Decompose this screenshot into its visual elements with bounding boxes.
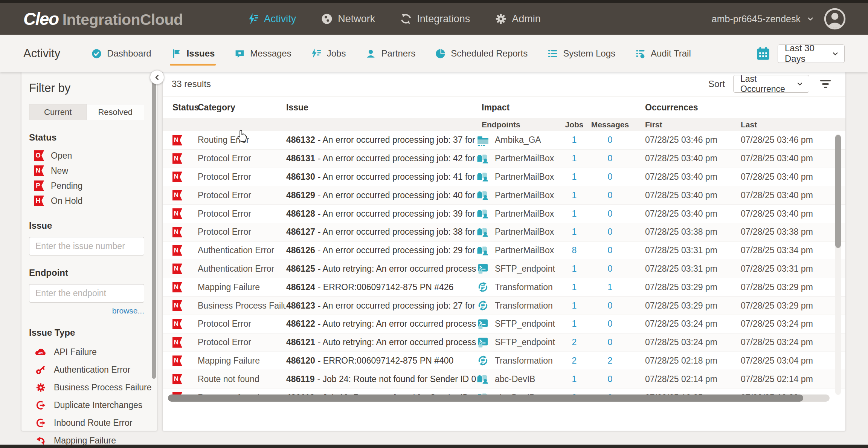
status-filter-item[interactable]: P Pending xyxy=(29,178,144,193)
table-row[interactable]: N Protocol Error 486127- An error occurr… xyxy=(163,223,845,242)
endpoint-cell[interactable]: SFTP_endpoint xyxy=(476,337,563,348)
status-filter-item[interactable]: N New xyxy=(29,163,144,178)
primary-nav-item[interactable]: Admin xyxy=(495,13,541,25)
jobs-count-link[interactable]: 1 xyxy=(563,153,586,164)
tenant-switcher[interactable]: amb-pr6645-zendesk xyxy=(712,14,815,24)
issue-title[interactable]: 486120- ERROR:006097142-875 PN #400 xyxy=(286,356,476,366)
primary-nav-item[interactable]: Integrations xyxy=(400,13,470,25)
issue-title[interactable]: 486122- Auto retrying: An error occurred… xyxy=(286,319,476,329)
endpoint-cell[interactable]: abc-DevIB xyxy=(476,373,563,385)
endpoint-cell[interactable]: PartnerMailBox xyxy=(476,245,563,256)
jobs-count-link[interactable]: 1 xyxy=(563,227,586,237)
filter-icon[interactable] xyxy=(820,80,831,88)
messages-count-link[interactable]: 1 xyxy=(586,282,635,292)
jobs-count-link[interactable]: 8 xyxy=(563,245,586,255)
messages-count-link[interactable]: 0 xyxy=(586,337,635,347)
messages-count-link[interactable]: 0 xyxy=(586,190,635,200)
horizontal-scrollbar-thumb[interactable] xyxy=(168,394,803,402)
toggle-current[interactable]: Current xyxy=(29,104,87,120)
jobs-count-link[interactable]: 2 xyxy=(563,337,586,347)
messages-count-link[interactable]: 0 xyxy=(586,374,635,384)
issue-title[interactable]: 486124- ERROR:006097142-875 PN #426 xyxy=(286,282,476,292)
messages-count-link[interactable]: 0 xyxy=(586,319,635,329)
messages-count-link[interactable]: 0 xyxy=(586,153,635,164)
issue-title[interactable]: 486123- An error occurred processing job… xyxy=(286,301,476,311)
endpoint-cell[interactable]: PartnerMailBox xyxy=(476,190,563,201)
issue-type-filter-item[interactable]: Business Process Failure xyxy=(29,379,144,396)
endpoint-cell[interactable]: PartnerMailBox xyxy=(476,153,563,164)
tab[interactable]: Scheduled Reports xyxy=(435,48,528,59)
tab[interactable]: System Logs xyxy=(547,48,615,59)
jobs-count-link[interactable]: 1 xyxy=(563,209,586,219)
issue-title[interactable]: 486131- An error occurred processing job… xyxy=(286,153,476,164)
status-filter-item[interactable]: H On Hold xyxy=(29,193,144,208)
endpoint-cell[interactable]: SFTP_endpoint xyxy=(476,263,563,274)
issue-title[interactable]: 486125- Auto retrying: An error occurred… xyxy=(286,264,476,274)
messages-count-link[interactable]: 0 xyxy=(586,172,635,182)
table-row[interactable]: N Business Process Failure 486123- An er… xyxy=(163,297,845,315)
endpoint-cell[interactable]: PartnerMailBox xyxy=(476,171,563,182)
messages-count-link[interactable]: 2 xyxy=(586,356,635,366)
user-menu-button[interactable] xyxy=(824,8,846,30)
jobs-count-link[interactable]: 1 xyxy=(563,135,586,145)
endpoint-cell[interactable]: Ambika_GA xyxy=(476,135,563,146)
endpoint-cell[interactable]: SFTP_endpoint xyxy=(476,318,563,330)
table-row[interactable]: N Protocol Error 486130- An error occurr… xyxy=(163,168,845,187)
table-vertical-scrollbar[interactable] xyxy=(835,134,841,395)
table-row[interactable]: N Authentication Error 486125- Auto retr… xyxy=(163,260,845,278)
messages-count-link[interactable]: 0 xyxy=(586,264,635,274)
issue-type-filter-item[interactable]: Inbound Route Error xyxy=(29,414,144,432)
date-range-select[interactable]: Last 30 Days xyxy=(778,44,845,63)
jobs-count-link[interactable]: 2 xyxy=(563,356,586,366)
table-row[interactable]: N Routing Error 486132- An error occurre… xyxy=(163,131,845,150)
tab[interactable]: Audit Trail xyxy=(635,48,691,59)
browse-endpoints-link[interactable]: browse... xyxy=(112,306,144,315)
jobs-count-link[interactable]: 1 xyxy=(563,264,586,274)
issue-number-input[interactable] xyxy=(29,237,144,255)
table-row[interactable]: N Protocol Error 486129- An error occurr… xyxy=(163,186,845,205)
table-row[interactable]: N Mapping Failure 486120- ERROR:00609714… xyxy=(163,352,845,370)
messages-count-link[interactable]: 0 xyxy=(586,135,635,145)
issue-title[interactable]: 486128- An error occurred processing job… xyxy=(286,209,476,219)
messages-count-link[interactable]: 0 xyxy=(586,245,635,255)
calendar-icon[interactable] xyxy=(755,46,771,61)
endpoint-cell[interactable]: Transformation xyxy=(476,300,563,311)
jobs-count-link[interactable]: 1 xyxy=(563,172,586,182)
app-logo[interactable]: Cleo IntegrationCloud xyxy=(23,9,183,29)
endpoint-cell[interactable]: PartnerMailBox xyxy=(476,226,563,238)
jobs-count-link[interactable]: 1 xyxy=(563,282,586,292)
jobs-count-link[interactable]: 1 xyxy=(563,374,586,384)
table-row[interactable]: N Mapping Failure 486124- ERROR:00609714… xyxy=(163,278,845,297)
issue-title[interactable]: 486130- An error occurred processing job… xyxy=(286,172,476,182)
table-row[interactable]: N Route not found 486119- Job 24: Route … xyxy=(163,370,845,388)
tab[interactable]: Dashboard xyxy=(91,48,151,59)
issue-type-filter-item[interactable]: Duplicate Interchanges xyxy=(29,396,144,414)
messages-count-link[interactable]: 0 xyxy=(586,209,635,219)
toggle-resolved[interactable]: Resolved xyxy=(87,104,145,120)
issue-title[interactable]: 486119- Job 24: Route not found for Send… xyxy=(286,374,476,384)
collapse-sidebar-button[interactable] xyxy=(150,70,164,84)
table-row[interactable]: N Protocol Error 486131- An error occurr… xyxy=(163,150,845,168)
table-horizontal-scrollbar[interactable] xyxy=(168,394,830,402)
tab[interactable]: Messages xyxy=(234,48,291,59)
status-filter-item[interactable]: O Open xyxy=(29,148,144,163)
endpoint-cell[interactable]: PartnerMailBox xyxy=(476,208,563,219)
tab[interactable]: Partners xyxy=(365,48,415,59)
issue-title[interactable]: 486126- An error occurred processing job… xyxy=(286,245,476,255)
table-row[interactable]: N Protocol Error 486128- An error occurr… xyxy=(163,205,845,223)
vertical-scrollbar-thumb[interactable] xyxy=(835,135,841,248)
primary-nav-item[interactable]: Activity xyxy=(247,13,296,25)
tab[interactable]: Jobs xyxy=(311,48,346,59)
endpoint-cell[interactable]: Transformation xyxy=(476,355,563,366)
table-row[interactable]: N Protocol Error 486122- Auto retrying: … xyxy=(163,315,845,333)
jobs-count-link[interactable]: 1 xyxy=(563,319,586,329)
sidebar-scrollbar[interactable] xyxy=(152,73,156,379)
sort-select[interactable]: Last Occurrence xyxy=(733,75,809,93)
endpoint-cell[interactable]: Transformation xyxy=(476,281,563,293)
endpoint-input[interactable] xyxy=(29,284,144,303)
primary-nav-item[interactable]: Network xyxy=(321,13,375,25)
issue-title[interactable]: 486129- An error occurred processing job… xyxy=(286,190,476,200)
issue-type-filter-item[interactable]: Authentication Error xyxy=(29,361,144,379)
table-row[interactable]: N Authentication Error 486126- An error … xyxy=(163,242,845,260)
messages-count-link[interactable]: 0 xyxy=(586,301,635,311)
